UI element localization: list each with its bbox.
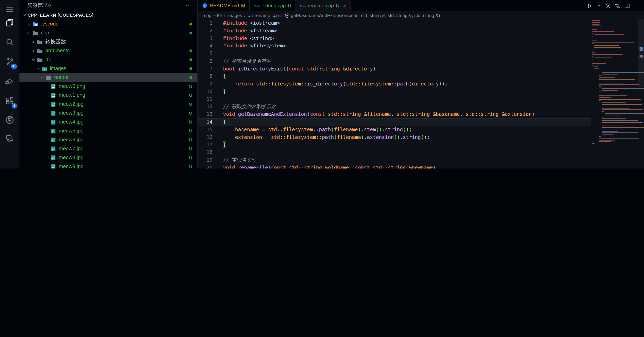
activity-chat-icon[interactable] <box>0 130 20 147</box>
settings-gear-icon[interactable] <box>605 3 611 9</box>
tree-item-meow3.jpg[interactable]: meow3.jpgU <box>20 109 197 118</box>
breadcrumb-part[interactable]: IO <box>217 13 222 18</box>
run-dropdown-icon[interactable] <box>596 3 601 8</box>
minimap-line <box>599 136 601 137</box>
editor-actions <box>586 0 644 11</box>
tree-item-label: meow1.png <box>59 92 85 98</box>
minimap-line <box>602 88 644 89</box>
code-editor[interactable]: 1#include <iostream>2#include <fstream>3… <box>198 20 644 169</box>
line-number: 10 <box>198 88 212 96</box>
tree-item-label: meow5.jpg <box>59 128 84 134</box>
minimap-line <box>599 79 635 80</box>
tree-item-meow8.jpg[interactable]: meow8.jpgU <box>20 153 197 162</box>
line-number: 9 <box>198 80 212 88</box>
tree-item-meow6.jpg[interactable]: meow6.jpgU <box>20 135 197 144</box>
tree-item-label: meow6.jpg <box>59 137 84 143</box>
close-icon[interactable]: × <box>343 3 346 9</box>
tab-README.md[interactable]: iREADME.mdM <box>198 0 250 11</box>
git-status-dot <box>190 22 192 26</box>
tree-item-IO[interactable]: IO <box>20 55 197 64</box>
minimap-line <box>602 125 622 126</box>
tree-item-label: meow9.jpg <box>59 164 84 169</box>
editor-scrollbar[interactable] <box>638 20 644 169</box>
activity-run-debug-icon[interactable] <box>0 73 20 89</box>
split-editor-icon[interactable] <box>624 3 630 9</box>
tree-item-meow7.jpg[interactable]: meow7.jpgU <box>20 144 197 153</box>
tab-file-icon: C++ <box>254 3 260 9</box>
tab-extend.cpp[interactable]: C++extend.cppU <box>250 0 296 11</box>
minimap-line <box>592 63 606 64</box>
tree-item-output[interactable]: output <box>20 73 197 82</box>
explorer-sidebar: 资源管理器 ⋯ CPP_LEARN [CODESPACES].vscodecpp… <box>20 0 198 169</box>
badge-extensions: 1 <box>12 103 17 109</box>
symbol-cube-icon <box>284 13 290 18</box>
tree-root[interactable]: CPP_LEARN [CODESPACES] <box>20 11 197 20</box>
git-status-dot <box>190 57 192 62</box>
code-line: } <box>223 141 226 149</box>
breadcrumb[interactable]: cpp›IO›images›C++rename.cpp›getBasenameA… <box>198 11 644 20</box>
image-icon <box>50 101 57 107</box>
cpp-file-icon: C++ <box>248 13 254 18</box>
git-status-dot <box>190 48 192 53</box>
breadcrumb-symbol[interactable]: getBasenameAndExtension(const std::strin… <box>291 13 440 18</box>
folder-icon <box>36 39 43 45</box>
tree-item-meow5.jpg[interactable]: meow5.jpgU <box>20 126 197 135</box>
more-actions-icon[interactable]: ⋯ <box>186 2 192 9</box>
line-number: 14 <box>198 118 212 126</box>
minimap-line <box>592 60 592 60</box>
tab-rename.cpp[interactable]: C++rename.cppU× <box>296 0 350 11</box>
activity-search-icon[interactable] <box>0 34 20 50</box>
tree-item-arguments[interactable]: arguments <box>20 46 197 55</box>
minimap-line <box>599 99 641 99</box>
breadcrumb-part[interactable]: cpp <box>204 13 211 18</box>
breadcrumb-separator: › <box>224 13 225 18</box>
git-status-badge: U <box>189 93 192 98</box>
breadcrumb-file[interactable]: rename.cpp <box>254 13 279 18</box>
folder-icon <box>45 74 52 81</box>
tree-item-meow2.jpg[interactable]: meow2.jpgU <box>20 100 197 109</box>
minimap-line <box>594 35 624 35</box>
line-number: 11 <box>198 95 212 103</box>
tree-item-meow9.jpg[interactable]: meow9.jpgU <box>20 162 197 169</box>
tree-item-label: cpp <box>41 30 49 36</box>
activity-source-control-icon[interactable]: 31 <box>0 54 20 70</box>
tree-item-label: output <box>54 75 68 80</box>
tree-item-.vscode[interactable]: .vscode <box>20 20 197 28</box>
tree-item-meow0.png[interactable]: meow0.pngU <box>20 82 197 91</box>
scrollbar-slider[interactable] <box>638 20 644 87</box>
sidebar-title: 资源管理器 <box>28 2 52 9</box>
chevron-down-icon <box>21 12 28 18</box>
tree-item-meow1.png[interactable]: meow1.pngU <box>20 91 197 100</box>
tree-item-转换函数[interactable]: 转换函数 <box>20 37 197 46</box>
minimap-line <box>599 83 623 84</box>
activity-extensions-icon[interactable]: 1 <box>0 93 20 109</box>
tree-item-label: meow8.jpg <box>59 155 84 160</box>
compare-changes-icon[interactable] <box>614 3 620 9</box>
more-actions-icon[interactable] <box>634 3 640 9</box>
minimap-line <box>599 141 611 142</box>
tree-item-meow4.jpg[interactable]: meow4.jpgU <box>20 118 197 126</box>
code-line: { <box>223 73 226 80</box>
tree-item-label: meow3.jpg <box>59 110 84 116</box>
git-status-badge: U <box>189 164 192 169</box>
chevron-spacer <box>43 92 50 98</box>
tab-file-icon: C++ <box>300 3 306 9</box>
tree-item-label: .vscode <box>41 21 58 27</box>
line-number: 15 <box>198 126 212 134</box>
minimap-line <box>592 42 634 43</box>
minimap-line <box>599 138 639 139</box>
run-button-icon[interactable] <box>586 3 592 9</box>
minimap-line <box>602 127 644 128</box>
svg-text:i: i <box>204 4 206 8</box>
tree-item-images[interactable]: images <box>20 64 197 73</box>
tree-item-cpp[interactable]: cpp <box>20 28 197 37</box>
minimap-line <box>599 101 601 101</box>
minimap-line <box>592 43 592 44</box>
breadcrumb-part[interactable]: images <box>227 13 242 18</box>
activity-github-icon[interactable] <box>0 112 20 128</box>
image-icon <box>50 110 57 116</box>
activity-explorer-icon[interactable] <box>0 15 20 31</box>
minimap[interactable] <box>592 20 636 169</box>
minimap-line <box>594 45 619 46</box>
minimap-line <box>592 22 600 23</box>
